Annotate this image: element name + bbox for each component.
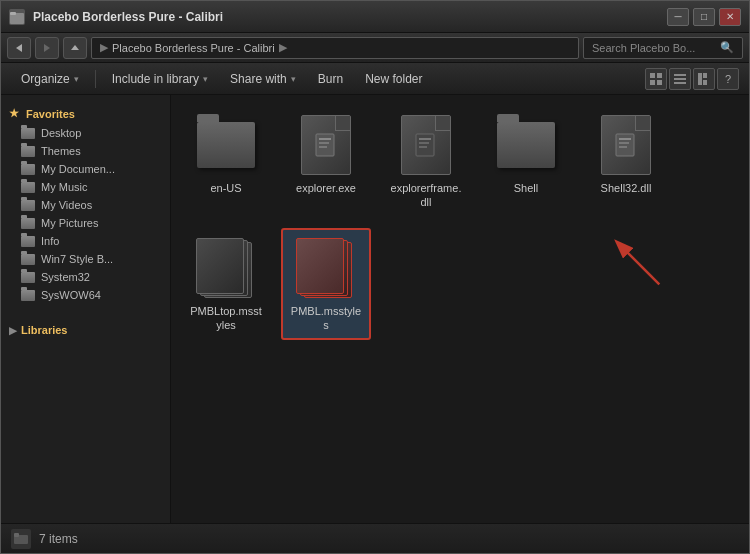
toolbar-divider-1 — [95, 70, 96, 88]
explorer-frame-icon — [401, 115, 451, 175]
info-folder-icon — [21, 236, 35, 247]
shell-label: Shell — [514, 181, 538, 195]
share-with-button[interactable]: Share with ▾ — [220, 67, 306, 91]
my-documents-folder-icon — [21, 164, 35, 175]
file-item-pmbl-m[interactable]: PMBL.msstyles — [281, 228, 371, 341]
favorites-star-icon: ★ — [9, 107, 19, 120]
svg-rect-9 — [674, 74, 686, 76]
sidebar-item-my-documents-label: My Documen... — [41, 163, 115, 175]
svg-rect-7 — [650, 80, 655, 85]
minimize-button[interactable]: ─ — [667, 8, 689, 26]
include-library-chevron: ▾ — [203, 74, 208, 84]
share-with-chevron: ▾ — [291, 74, 296, 84]
toolbar: Organize ▾ Include in library ▾ Share wi… — [1, 63, 749, 95]
nav-bar: ▶ Placebo Borderless Pure - Calibri ▶ Se… — [1, 33, 749, 63]
favorites-header[interactable]: ★ Favorites — [1, 103, 170, 124]
sidebar-item-themes[interactable]: Themes — [1, 142, 170, 160]
search-bar[interactable]: Search Placebo Bo... 🔍 — [583, 37, 743, 59]
libraries-section: ▶ Libraries — [1, 320, 170, 340]
svg-rect-21 — [419, 142, 429, 144]
libraries-header[interactable]: ▶ Libraries — [1, 320, 170, 340]
forward-button[interactable] — [35, 37, 59, 59]
libraries-expand-icon: ▶ — [9, 325, 17, 336]
pmbl-m-label: PMBL.msstyles — [289, 304, 363, 333]
shell-icon-container — [494, 113, 558, 177]
main-area: ★ Favorites Desktop Themes My Documen... — [1, 95, 749, 523]
file-item-shell[interactable]: Shell — [481, 105, 571, 218]
en-us-icon-container — [194, 113, 258, 177]
status-bar: 7 items — [1, 523, 749, 553]
view-buttons: ? — [645, 68, 739, 90]
view-details[interactable] — [669, 68, 691, 90]
organize-button[interactable]: Organize ▾ — [11, 67, 89, 91]
search-icon: 🔍 — [720, 41, 734, 54]
sidebar-item-desktop[interactable]: Desktop — [1, 124, 170, 142]
maximize-button[interactable]: □ — [693, 8, 715, 26]
svg-rect-6 — [657, 73, 662, 78]
sidebar-item-my-videos[interactable]: My Videos — [1, 196, 170, 214]
view-tiles[interactable] — [693, 68, 715, 90]
sidebar-item-my-documents[interactable]: My Documen... — [1, 160, 170, 178]
explorer-exe-label: explorer.exe — [296, 181, 356, 195]
explorer-frame-icon-container — [394, 113, 458, 177]
my-pictures-folder-icon — [21, 218, 35, 229]
sidebar-item-my-music[interactable]: My Music — [1, 178, 170, 196]
sidebar-item-system32[interactable]: System32 — [1, 268, 170, 286]
breadcrumb-path: Placebo Borderless Pure - Calibri — [112, 42, 275, 54]
svg-rect-22 — [419, 146, 427, 148]
file-item-explorer-exe[interactable]: explorer.exe — [281, 105, 371, 218]
file-item-explorer-frame[interactable]: explorerframe.dll — [381, 105, 471, 218]
file-area: en-US explorer.e — [171, 95, 749, 523]
include-library-label: Include in library — [112, 72, 199, 86]
sidebar-item-syswow64[interactable]: SysWOW64 — [1, 286, 170, 304]
svg-rect-28 — [14, 533, 19, 537]
up-button[interactable] — [63, 37, 87, 59]
file-item-shell32[interactable]: Shell32.dll — [581, 105, 671, 218]
file-item-en-us[interactable]: en-US — [181, 105, 271, 218]
close-button[interactable]: ✕ — [719, 8, 741, 26]
sidebar-item-info[interactable]: Info — [1, 232, 170, 250]
shell32-label: Shell32.dll — [601, 181, 652, 195]
svg-rect-12 — [698, 73, 702, 85]
sidebar-spacer — [1, 308, 170, 320]
breadcrumb-arrow2: ▶ — [279, 41, 287, 54]
back-button[interactable] — [7, 37, 31, 59]
sidebar-item-system32-label: System32 — [41, 271, 90, 283]
help-button[interactable]: ? — [717, 68, 739, 90]
sidebar-item-win7-label: Win7 Style B... — [41, 253, 113, 265]
share-with-label: Share with — [230, 72, 287, 86]
sidebar-item-win7-style[interactable]: Win7 Style B... — [1, 250, 170, 268]
svg-rect-19 — [416, 134, 434, 156]
window-controls: ─ □ ✕ — [667, 8, 741, 26]
sidebar-item-my-pictures[interactable]: My Pictures — [1, 214, 170, 232]
pmbl-top-msstyles-icon — [196, 238, 256, 298]
svg-rect-20 — [419, 138, 431, 140]
sidebar-item-info-label: Info — [41, 235, 59, 247]
svg-marker-4 — [71, 45, 79, 50]
new-folder-button[interactable]: New folder — [355, 67, 432, 91]
search-placeholder: Search Placebo Bo... — [592, 42, 695, 54]
file-item-pmbl-top[interactable]: PMBLtop.msstyles — [181, 228, 271, 341]
view-large-icons[interactable] — [645, 68, 667, 90]
status-count: 7 items — [39, 532, 78, 546]
pmbl-top-icon-container — [194, 236, 258, 300]
svg-rect-15 — [316, 134, 334, 156]
sidebar: ★ Favorites Desktop Themes My Documen... — [1, 95, 171, 523]
burn-button[interactable]: Burn — [308, 67, 353, 91]
include-library-button[interactable]: Include in library ▾ — [102, 67, 218, 91]
svg-rect-17 — [319, 142, 329, 144]
svg-rect-11 — [674, 82, 686, 84]
sidebar-item-desktop-label: Desktop — [41, 127, 81, 139]
svg-marker-2 — [16, 44, 22, 52]
help-label: ? — [725, 73, 731, 85]
svg-rect-8 — [657, 80, 662, 85]
pmbl-top-label: PMBLtop.msstyles — [189, 304, 263, 333]
themes-folder-icon — [21, 146, 35, 157]
libraries-label: Libraries — [21, 324, 67, 336]
svg-marker-3 — [44, 44, 50, 52]
svg-rect-18 — [319, 146, 327, 148]
file-grid: en-US explorer.e — [181, 105, 739, 340]
sidebar-item-syswow64-label: SysWOW64 — [41, 289, 101, 301]
win7-folder-icon — [21, 254, 35, 265]
breadcrumb-bar[interactable]: ▶ Placebo Borderless Pure - Calibri ▶ — [91, 37, 579, 59]
